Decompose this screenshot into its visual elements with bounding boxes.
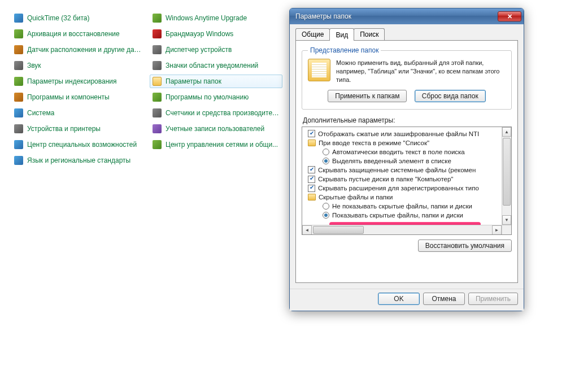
cp-item-label: Брандмауэр Windows <box>166 30 233 38</box>
cp-item-icon <box>153 140 162 149</box>
scroll-down-icon[interactable]: ▼ <box>502 215 511 225</box>
tree-item-label: Скрывать расширения для зарегистрированн… <box>318 184 479 193</box>
control-panel-item[interactable]: Датчик расположения и другие дат... <box>11 43 144 56</box>
dialog-titlebar[interactable]: Параметры папок ✕ <box>290 8 524 24</box>
apply-button[interactable]: Применить <box>468 293 518 305</box>
cp-item-icon <box>14 77 23 86</box>
folder-view-icon <box>308 59 330 81</box>
tree-check-item[interactable]: Скрывать расширения для зарегистрированн… <box>306 184 509 193</box>
radio-icon[interactable] <box>323 158 329 164</box>
cp-item-label: Архивация и восстановление <box>27 30 120 38</box>
cp-item-icon <box>14 61 23 70</box>
tree-item-label: Скрытые файлы и папки <box>319 193 393 202</box>
dialog-footer: OK Отмена Применить <box>290 289 524 311</box>
tree-item-label: Скрывать защищенные системные файлы (рек… <box>318 165 476 175</box>
cp-item-icon <box>153 77 162 86</box>
cp-item-icon <box>153 29 162 38</box>
control-panel-item[interactable]: Значки области уведомлений <box>150 59 282 72</box>
control-panel-item[interactable]: Программы и компоненты <box>11 90 144 104</box>
tree-check-item[interactable]: Отображать сжатые или зашифрованные файл… <box>306 129 509 138</box>
tree-group-item: При вводе текста в режиме "Список" <box>306 138 509 147</box>
tab-bar: Общие Вид Поиск <box>295 28 518 40</box>
control-panel-item[interactable]: Параметры индексирования <box>11 75 144 88</box>
control-panel-item[interactable]: Учетные записи пользователей <box>150 122 282 136</box>
tree-item-label: Скрывать пустые диски в папке "Компьютер… <box>318 175 453 184</box>
radio-icon[interactable] <box>323 212 329 219</box>
cp-item-icon <box>153 93 162 102</box>
checkbox-icon[interactable] <box>308 166 315 173</box>
tree-check-item[interactable]: Скрывать защищенные системные файлы (рек… <box>306 165 509 175</box>
checkbox-icon[interactable] <box>308 130 315 137</box>
checkbox-icon[interactable] <box>308 176 315 183</box>
cp-item-label: Система <box>27 109 54 117</box>
control-panel-item[interactable]: Счетчики и средства производител... <box>150 106 282 120</box>
cancel-button[interactable]: Отмена <box>423 293 465 305</box>
close-button[interactable]: ✕ <box>498 11 521 21</box>
h-scrollbar-thumb[interactable] <box>313 226 364 234</box>
scroll-up-icon[interactable]: ▲ <box>502 127 511 137</box>
cp-item-icon <box>14 29 23 38</box>
tree-radio-item[interactable]: Показывать скрытые файлы, папки и диски <box>306 211 509 220</box>
tree-item-label: Отображать сжатые или зашифрованные файл… <box>318 129 479 138</box>
folder-options-dialog: Параметры папок ✕ Общие Вид Поиск Предст… <box>289 8 524 311</box>
tree-item-label: Не показывать скрытые файлы, папки и дис… <box>332 202 472 211</box>
checkbox-icon[interactable] <box>308 185 315 192</box>
cp-item-label: Центр специальных возможностей <box>27 141 137 149</box>
tree-group-item: Скрытые файлы и папки <box>306 193 509 202</box>
tab-view[interactable]: Вид <box>329 28 354 41</box>
tree-item-label: Автоматически вводить текст в поле поиск… <box>332 147 465 156</box>
tree-item-label: При вводе текста в режиме "Список" <box>319 138 429 147</box>
cp-item-icon <box>153 45 162 54</box>
cp-item-label: Звук <box>27 62 41 69</box>
control-panel-item[interactable]: Язык и региональные стандарты <box>11 154 144 167</box>
radio-icon[interactable] <box>323 203 329 210</box>
control-panel-item[interactable]: Система <box>11 106 144 120</box>
cp-item-icon <box>14 140 23 149</box>
control-panel-item[interactable]: Программы по умолчанию <box>150 90 282 104</box>
v-scrollbar-thumb[interactable] <box>503 138 511 206</box>
horizontal-scrollbar[interactable]: ◄ ► <box>302 225 502 234</box>
scroll-right-icon[interactable]: ► <box>492 225 502 235</box>
scroll-left-icon[interactable]: ◄ <box>302 225 312 235</box>
restore-defaults-button[interactable]: Восстановить умолчания <box>418 239 512 252</box>
ok-button[interactable]: OK <box>378 293 420 305</box>
advanced-settings-tree[interactable]: Отображать сжатые или зашифрованные файл… <box>302 127 512 235</box>
tab-panel-view: Представление папок Можно применить вид,… <box>295 40 518 283</box>
cp-item-label: Программы по умолчанию <box>166 93 249 101</box>
control-panel-item[interactable]: Звук <box>11 59 144 72</box>
cp-item-label: Центр управления сетями и общи... <box>166 141 278 149</box>
control-panel-item[interactable]: QuickTime (32 бита) <box>11 11 144 25</box>
apply-to-folders-button[interactable]: Применить к папкам <box>328 90 407 102</box>
tree-radio-item[interactable]: Не показывать скрытые файлы, папки и дис… <box>306 202 509 211</box>
tree-radio-item[interactable]: Выделять введенный элемент в списке <box>306 156 509 165</box>
control-panel-item[interactable]: Устройства и принтеры <box>11 122 144 136</box>
tree-check-item[interactable]: Скрывать пустые диски в папке "Компьютер… <box>306 175 509 184</box>
vertical-scrollbar[interactable]: ▲ ▼ <box>502 127 511 225</box>
cp-item-label: Язык и региональные стандарты <box>27 156 130 164</box>
cp-item-label: Windows Anytime Upgrade <box>166 14 247 22</box>
control-panel-item[interactable]: Windows Anytime Upgrade <box>150 11 282 25</box>
folder-views-group: Представление папок Можно применить вид,… <box>302 46 512 110</box>
reset-folders-button[interactable]: Сброс вида папок <box>415 90 486 102</box>
control-panel-item[interactable]: Диспетчер устройств <box>150 43 282 56</box>
control-panel-item[interactable]: Центр управления сетями и общи... <box>150 138 282 151</box>
cp-item-icon <box>14 45 23 54</box>
cp-item-label: Программы и компоненты <box>27 93 110 101</box>
control-panel-item[interactable]: Параметры папок <box>150 75 282 88</box>
cp-item-label: QuickTime (32 бита) <box>27 14 90 22</box>
cp-item-icon <box>153 124 162 133</box>
control-panel-item[interactable]: Центр специальных возможностей <box>11 138 144 151</box>
tab-general[interactable]: Общие <box>295 28 330 40</box>
control-panel-item[interactable]: Архивация и восстановление <box>11 27 144 41</box>
tab-search[interactable]: Поиск <box>354 28 385 40</box>
cp-item-icon <box>153 108 162 117</box>
cp-item-label: Датчик расположения и другие дат... <box>27 46 141 54</box>
radio-icon[interactable] <box>323 149 329 155</box>
dialog-title: Параметры папок <box>295 12 498 20</box>
cp-item-icon <box>153 14 162 23</box>
cp-item-icon <box>14 156 23 165</box>
cp-item-label: Счетчики и средства производител... <box>166 109 280 117</box>
control-panel-item[interactable]: Брандмауэр Windows <box>150 27 282 41</box>
cp-item-icon <box>14 14 23 23</box>
tree-radio-item[interactable]: Автоматически вводить текст в поле поиск… <box>306 147 509 156</box>
